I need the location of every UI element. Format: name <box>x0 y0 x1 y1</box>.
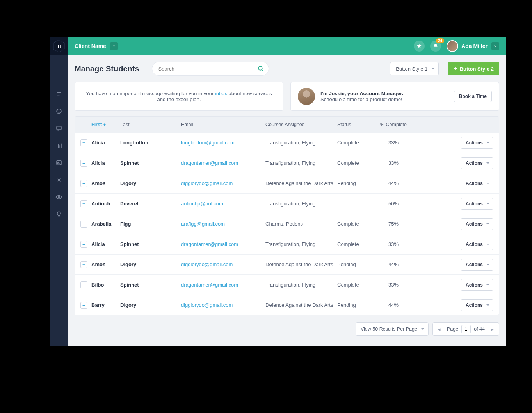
search-wrap <box>152 62 269 76</box>
banner-row: You have a an important message waiting … <box>68 82 506 116</box>
cell-email[interactable]: dragontamer@gmail.com <box>181 282 265 288</box>
expand-button[interactable]: + <box>80 261 87 268</box>
table-row: +AmosDigorydiggiorydo@gmail.comDefence A… <box>75 254 499 274</box>
inbox-banner: You have a an important message waiting … <box>75 82 283 111</box>
manager-card: I'm Jessie, your Account Manager. Schedu… <box>290 82 499 111</box>
table-row: +BarryDigorydiggiorydo@gmail.comDefence … <box>75 295 499 315</box>
nav-cat-icon[interactable] <box>55 108 62 115</box>
user-menu-button[interactable] <box>491 42 499 50</box>
main: Client Name 24 Ada Miller Manage Student… <box>68 37 506 346</box>
cell-last: Digory <box>120 180 181 186</box>
cell-complete: 50% <box>372 201 415 206</box>
cell-courses: Transfiguration, Flying <box>265 201 337 206</box>
cell-email[interactable]: diggiorydo@gmail.com <box>181 302 265 308</box>
svg-rect-3 <box>57 126 61 130</box>
col-status[interactable]: Status <box>337 122 372 127</box>
nav-chat-icon[interactable] <box>55 125 62 132</box>
cell-last: Digory <box>120 302 181 308</box>
table-header: First Last Email Courses Assigned Status… <box>75 117 499 132</box>
nav-list-icon[interactable] <box>55 91 62 98</box>
notif-badge: 24 <box>436 38 444 43</box>
star-icon[interactable] <box>414 41 425 52</box>
expand-button[interactable]: + <box>80 180 87 187</box>
search-input[interactable] <box>152 62 269 76</box>
page-title: Manage Students <box>75 64 139 73</box>
actions-button[interactable]: Actions <box>461 239 493 250</box>
cell-email[interactable]: arafigg@gmail.com <box>181 221 265 227</box>
cell-last: Peverell <box>120 201 181 206</box>
logo: Ti <box>50 37 68 55</box>
cell-email[interactable]: antiochp@aol.com <box>181 201 265 206</box>
per-page-select[interactable]: View 50 Results Per Page <box>356 322 429 336</box>
manager-title: I'm Jessie, your Account Manager. <box>320 91 454 96</box>
nav-eye-icon[interactable] <box>55 194 62 201</box>
cell-first: Antioch <box>91 201 120 206</box>
cell-first: Alicia <box>91 140 120 146</box>
actions-button[interactable]: Actions <box>461 218 493 230</box>
cell-complete: 44% <box>372 262 415 267</box>
col-first[interactable]: First <box>91 122 120 127</box>
actions-button[interactable]: Actions <box>461 299 493 311</box>
col-courses[interactable]: Courses Assigned <box>265 122 337 127</box>
actions-button[interactable]: Actions <box>461 198 493 210</box>
next-page-button[interactable]: ▸ <box>488 325 496 333</box>
search-icon <box>257 65 264 72</box>
cell-email[interactable]: dragontamer@gmail.com <box>181 241 265 247</box>
actions-button[interactable]: Actions <box>461 178 493 189</box>
button-style-1[interactable]: Button Style 1 <box>390 62 439 75</box>
expand-button[interactable]: + <box>80 241 87 248</box>
pagination: View 50 Results Per Page ◂ Page of 44 ▸ <box>68 315 506 343</box>
expand-button[interactable]: + <box>80 160 87 167</box>
cell-email[interactable]: diggiorydo@gmail.com <box>181 180 265 186</box>
nav-bulb-icon[interactable] <box>55 211 62 218</box>
actions-button[interactable]: Actions <box>461 279 493 291</box>
table-row: +AntiochPeverellantiochp@aol.comTransfig… <box>75 193 499 214</box>
client-switch-button[interactable] <box>110 42 118 50</box>
expand-button[interactable]: + <box>80 221 87 228</box>
actions-button[interactable]: Actions <box>461 157 493 169</box>
prev-page-button[interactable]: ◂ <box>435 325 444 333</box>
cell-email[interactable]: longbottom@gmail.com <box>181 140 265 146</box>
plus-icon: + <box>454 66 457 72</box>
bell-icon[interactable]: 24 <box>430 41 441 52</box>
col-complete[interactable]: % Complete <box>372 122 415 127</box>
page-label: Page <box>447 326 458 332</box>
cell-first: Arabella <box>91 221 120 227</box>
col-last[interactable]: Last <box>120 122 181 127</box>
nav-chart-icon[interactable] <box>55 142 62 149</box>
col-email[interactable]: Email <box>181 122 265 127</box>
button-style-2[interactable]: +Button Style 2 <box>448 62 499 75</box>
actions-button[interactable]: Actions <box>461 137 493 149</box>
cell-status: Pending <box>337 180 372 186</box>
user-name: Ada Miller <box>461 43 488 49</box>
expand-button[interactable]: + <box>80 139 87 146</box>
book-time-button[interactable]: Book a Time <box>454 91 492 102</box>
cell-first: Alicia <box>91 241 120 247</box>
cell-status: Pending <box>337 302 372 308</box>
avatar[interactable] <box>447 40 458 52</box>
nav-gear-icon[interactable] <box>55 176 62 183</box>
cell-first: Amos <box>91 180 120 186</box>
expand-button[interactable]: + <box>80 302 87 309</box>
svg-point-7 <box>58 196 60 198</box>
page-total: of 44 <box>474 326 485 332</box>
cell-complete: 75% <box>372 221 415 227</box>
expand-button[interactable]: + <box>80 281 87 288</box>
table-row: +AliciaSpinnetdragontamer@gmail.comTrans… <box>75 234 499 254</box>
actions-button[interactable]: Actions <box>461 259 493 271</box>
expand-button[interactable]: + <box>80 200 87 207</box>
cell-first: Amos <box>91 262 120 267</box>
page-input[interactable] <box>461 325 471 333</box>
cell-first: Bilbo <box>91 282 120 288</box>
cell-courses: Transfiguration, Flying <box>265 140 337 146</box>
cell-email[interactable]: dragontamer@gmail.com <box>181 160 265 166</box>
cell-complete: 44% <box>372 180 415 186</box>
toolbar: Manage Students Button Style 1 +Button S… <box>68 55 506 82</box>
cell-courses: Defence Against the Dark Arts <box>265 180 337 186</box>
nav-image-icon[interactable] <box>55 159 62 166</box>
table-row: +AmosDigorydiggiorydo@gmail.comDefence A… <box>75 173 499 193</box>
cell-last: Figg <box>120 221 181 227</box>
cell-email[interactable]: diggiorydo@gmail.com <box>181 262 265 267</box>
banner-link[interactable]: inbox <box>215 91 227 96</box>
topbar: Client Name 24 Ada Miller <box>68 37 506 55</box>
